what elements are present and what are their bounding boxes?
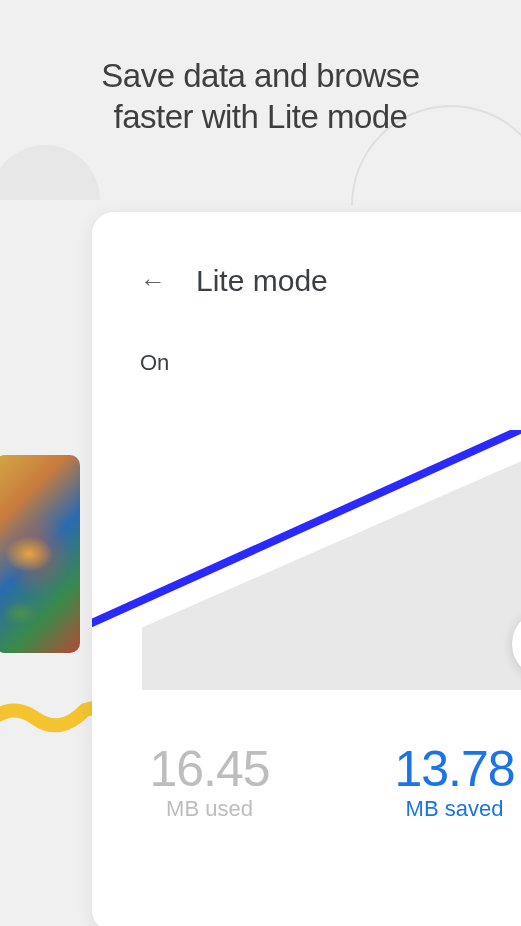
- decorative-image-card: [0, 455, 80, 653]
- headline-line1: Save data and browse: [101, 57, 419, 94]
- stat-saved-label: MB saved: [394, 796, 514, 822]
- stat-saved: 13.78 MB saved: [394, 740, 514, 822]
- page-headline: Save data and browse faster with Lite mo…: [0, 55, 521, 138]
- back-arrow-icon[interactable]: ←: [140, 266, 166, 297]
- card-title: Lite mode: [196, 264, 328, 298]
- data-usage-chart: [92, 430, 521, 690]
- cloud-decoration-left: [0, 145, 100, 200]
- stat-used-value: 16.45: [149, 740, 269, 798]
- toggle-label: On: [140, 350, 169, 376]
- chart-boundary-line: [92, 430, 521, 690]
- stat-used-label: MB used: [149, 796, 269, 822]
- yellow-wave-decoration: [0, 690, 100, 750]
- toggle-row[interactable]: On: [92, 306, 521, 420]
- lite-mode-card: ← Lite mode On 16.45 MB used 13.78 MB sa…: [92, 212, 521, 926]
- stat-saved-value: 13.78: [394, 740, 514, 798]
- stats-row: 16.45 MB used 13.78 MB saved: [92, 690, 521, 822]
- headline-line2: faster with Lite mode: [114, 98, 408, 135]
- card-header: ← Lite mode: [92, 212, 521, 306]
- stat-used: 16.45 MB used: [149, 740, 269, 822]
